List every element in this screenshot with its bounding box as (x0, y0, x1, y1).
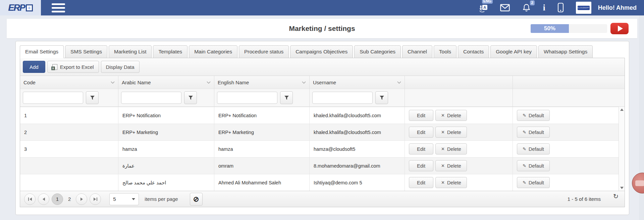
vertical-scrollbar[interactable] (619, 107, 625, 191)
logo-text: ERP (8, 3, 25, 13)
default-button[interactable]: ✎Default (517, 160, 550, 171)
progress-label: 50% (544, 25, 555, 32)
filter-input-english-name[interactable] (217, 92, 277, 104)
cell-arabic-name: ERP+ Notification (118, 107, 214, 124)
edit-button[interactable]: Edit (409, 143, 433, 155)
page-1-button[interactable]: 1 (52, 193, 63, 205)
filter-button-username[interactable] (375, 91, 388, 104)
delete-button[interactable]: ✕Delete (435, 127, 467, 138)
grid-pager: 1 2 5 items per page ⊘ 1 - 5 of 6 items … (20, 191, 625, 207)
clear-filters-button[interactable]: ⊘ (190, 193, 203, 206)
table-row: احمد علي محمد صالح Ahmed Ali Mohammed Sa… (20, 174, 619, 191)
previous-page-button[interactable] (38, 193, 49, 205)
tab-google-api-key[interactable]: Google API key (490, 45, 537, 58)
export-to-excel-button[interactable]: Export to Excel (47, 61, 99, 73)
funnel-filter-icon (284, 95, 289, 100)
video-help-button[interactable] (610, 23, 629, 34)
app-logo[interactable]: ERP + (0, 0, 41, 15)
default-button[interactable]: ✎Default (517, 177, 550, 188)
filter-button-arabic-name[interactable] (184, 91, 197, 104)
grid-header-row: Code Arabic Name English Name Username (20, 76, 619, 89)
user-greeting: Hello! Ahmed (598, 4, 637, 11)
tab-main-categories[interactable]: Main Categories (189, 45, 237, 58)
page-size-select[interactable]: 5 (109, 193, 139, 205)
cell-arabic-name: عمارة (118, 158, 214, 174)
edit-button[interactable]: Edit (409, 160, 433, 171)
delete-button[interactable]: ✕Delete (435, 143, 467, 155)
cell-english-name: ERP+ Marketing (214, 124, 309, 140)
default-button[interactable]: ✎Default (517, 110, 550, 121)
tab-contacts[interactable]: Contacts (458, 45, 489, 58)
cell-code (20, 174, 118, 191)
cell-username: hamza@cloudsoft5 (309, 141, 405, 157)
display-data-button[interactable]: Display Data (101, 61, 140, 73)
column-header-english-name[interactable]: English Name (214, 76, 309, 89)
tab-email-settings[interactable]: Email Settings (20, 45, 64, 58)
column-header-arabic-name[interactable]: Arabic Name (118, 76, 214, 89)
x-icon: ✕ (441, 180, 445, 185)
tab-sms-settings[interactable]: SMS Settings (65, 45, 107, 58)
delete-button[interactable]: ✕Delete (435, 177, 467, 188)
svg-text:A: A (483, 5, 486, 10)
info-icon[interactable]: i (543, 4, 545, 11)
default-button[interactable]: ✎Default (517, 143, 550, 155)
add-button[interactable]: Add (23, 61, 45, 73)
next-page-button[interactable] (76, 193, 87, 205)
tab-tools[interactable]: Tools (434, 45, 457, 58)
mobile-app-icon[interactable] (557, 3, 564, 13)
pencil-icon: ✎ (523, 130, 526, 135)
logo-plus-icon: + (26, 4, 33, 11)
play-icon (618, 26, 623, 32)
email-settings-panel: Add Export to Excel Display Data Code Ar… (20, 58, 625, 207)
last-page-button[interactable] (90, 193, 101, 205)
notifications-icon[interactable]: 2 (522, 3, 531, 12)
cell-code: 3 (20, 141, 118, 157)
cell-arabic-name: hamza (118, 141, 214, 157)
filter-input-code[interactable] (23, 92, 83, 104)
cell-code (20, 158, 118, 174)
language-switch-icon[interactable]: ENG A (479, 3, 488, 12)
notification-count-badge: 2 (530, 0, 535, 5)
tab-sub-categories[interactable]: Sub Categories (354, 45, 401, 58)
items-per-page-label: items per page (145, 196, 178, 202)
tab-templates[interactable]: Templates (153, 45, 187, 58)
floating-widget-button[interactable] (632, 173, 644, 193)
cell-arabic-name: احمد علي محمد صالح (118, 174, 214, 191)
filter-button-code[interactable] (86, 91, 99, 104)
filter-input-username[interactable] (312, 92, 373, 104)
chevron-down-icon[interactable] (302, 81, 306, 84)
edit-button[interactable]: Edit (409, 177, 433, 188)
refresh-icon[interactable]: ↻ (613, 191, 619, 200)
messages-icon[interactable] (500, 4, 510, 11)
tab-campaigns-objectives[interactable]: Campaigns Objectives (290, 45, 353, 58)
chevron-down-icon[interactable] (397, 81, 401, 84)
tab-procedure-status[interactable]: Procedure status (239, 45, 289, 58)
edit-button[interactable]: Edit (409, 127, 433, 138)
chevron-down-icon[interactable] (111, 81, 115, 84)
user-avatar[interactable]: CLOUDSOFT (576, 2, 591, 14)
page-2-button[interactable]: 2 (68, 196, 71, 202)
table-row: 2 ERP+ Marketing ERP+ Marketing khaled.k… (20, 124, 619, 140)
first-page-button[interactable] (24, 193, 36, 205)
hamburger-menu-icon[interactable] (52, 3, 65, 12)
delete-button[interactable]: ✕Delete (435, 160, 467, 171)
filter-input-arabic-name[interactable] (121, 92, 181, 104)
funnel-filter-icon (379, 95, 384, 100)
scroll-down-icon[interactable] (620, 187, 624, 189)
x-icon: ✕ (441, 113, 445, 118)
column-header-code[interactable]: Code (20, 76, 118, 89)
column-header-username[interactable]: Username (309, 76, 405, 89)
default-button[interactable]: ✎Default (517, 127, 550, 138)
edit-button[interactable]: Edit (409, 110, 433, 121)
cell-english-name: hamza (214, 141, 309, 157)
excel-file-icon (52, 64, 57, 70)
filter-button-english-name[interactable] (280, 91, 293, 104)
tab-whatsapp-settings[interactable]: Whatsapp Settings (538, 45, 593, 58)
tab-marketing-list[interactable]: Marketing List (109, 45, 152, 58)
tab-channel[interactable]: Channel (402, 45, 432, 58)
navbar-right-icons: ENG A 2 i (479, 2, 644, 14)
page-header: Marketing / settings 50% (7, 19, 637, 38)
delete-button[interactable]: ✕Delete (435, 110, 467, 121)
scroll-up-icon[interactable] (620, 108, 624, 111)
chevron-down-icon[interactable] (207, 81, 211, 84)
